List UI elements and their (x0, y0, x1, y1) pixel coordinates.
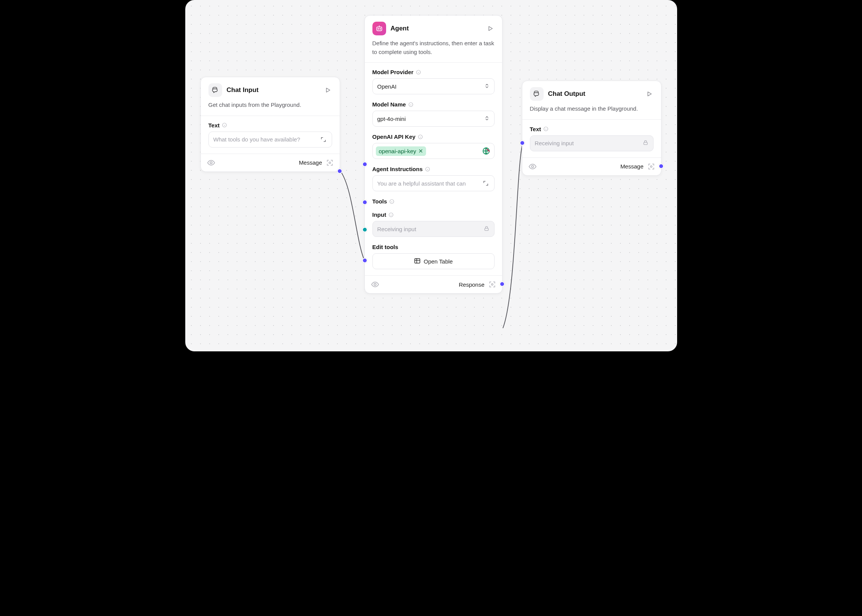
button-label: Open Table (424, 258, 453, 265)
chip-label: openai-api-key (379, 148, 416, 154)
svg-point-8 (380, 29, 380, 29)
model-provider-select[interactable]: OpenAI (372, 78, 495, 94)
api-key-input[interactable]: openai-api-key (372, 143, 495, 159)
lock-icon (643, 140, 649, 147)
agent-input-readonly: Receiving input (372, 221, 495, 237)
output-port[interactable] (658, 164, 664, 169)
field-label: Model Name (372, 101, 406, 108)
svg-rect-6 (377, 27, 382, 31)
field-label-text: Text (530, 126, 541, 132)
chevron-updown-icon (484, 83, 490, 90)
field-label: Input (372, 211, 386, 218)
agent-instructions-field[interactable] (377, 180, 482, 187)
eye-icon[interactable] (528, 162, 537, 171)
text-input[interactable] (208, 132, 332, 148)
output-preview-icon[interactable] (488, 281, 496, 288)
api-key-chip[interactable]: openai-api-key (376, 146, 426, 156)
play-icon[interactable] (486, 24, 495, 33)
globe-icon[interactable] (482, 147, 490, 155)
output-port[interactable] (499, 281, 505, 287)
readonly-value: Receiving input (535, 140, 574, 146)
chevron-updown-icon (484, 116, 490, 122)
info-icon (222, 122, 227, 128)
eye-icon[interactable] (207, 159, 215, 167)
output-port[interactable] (337, 168, 342, 174)
svg-point-4 (210, 162, 212, 164)
info-icon (408, 102, 414, 107)
agent-icon (372, 22, 386, 35)
input-port[interactable] (362, 200, 367, 205)
field-label: Agent Instructions (372, 166, 423, 172)
field-label: Model Provider (372, 69, 414, 75)
select-value: gpt-4o-mini (377, 116, 406, 122)
input-port[interactable] (362, 162, 367, 167)
field-label: Tools (372, 198, 387, 205)
node-title: Chat Input (227, 86, 319, 94)
output-preview-icon[interactable] (326, 159, 334, 167)
output-label: Message (299, 159, 322, 166)
node-description: Display a chat message in the Playground… (522, 101, 661, 119)
node-title: Chat Output (548, 90, 641, 98)
node-agent[interactable]: Agent Define the agent's instructions, t… (364, 15, 503, 294)
info-icon (543, 126, 549, 132)
model-name-select[interactable]: gpt-4o-mini (372, 111, 495, 127)
info-icon (416, 70, 421, 75)
expand-icon[interactable] (320, 136, 327, 143)
field-label: OpenAI API Key (372, 133, 416, 140)
svg-marker-0 (326, 88, 330, 92)
output-preview-icon[interactable] (647, 163, 655, 170)
output-label: Message (620, 163, 644, 170)
svg-rect-42 (644, 142, 647, 144)
node-title: Agent (391, 25, 482, 32)
field-label-text: Text (208, 122, 220, 129)
field-label: Edit tools (372, 244, 398, 250)
open-table-button[interactable]: Open Table (372, 253, 495, 269)
play-icon[interactable] (324, 86, 332, 94)
chip-remove-icon[interactable] (418, 148, 423, 154)
info-icon (425, 167, 430, 172)
node-chat-output[interactable]: Chat Output Display a chat message in th… (522, 81, 662, 176)
readonly-value: Receiving input (377, 226, 417, 232)
chat-output-icon (530, 87, 544, 101)
svg-marker-38 (648, 92, 651, 96)
node-description: Get chat inputs from the Playground. (201, 97, 340, 116)
chat-output-text-readonly: Receiving input (530, 135, 654, 151)
node-chat-input[interactable]: Chat Input Get chat inputs from the Play… (200, 77, 340, 172)
svg-point-44 (650, 165, 652, 167)
eye-icon[interactable] (371, 280, 379, 289)
svg-marker-10 (489, 27, 492, 31)
svg-point-36 (374, 283, 376, 286)
input-port[interactable] (520, 140, 525, 146)
flow-canvas[interactable]: Chat Input Get chat inputs from the Play… (185, 0, 677, 351)
info-icon (389, 199, 394, 204)
svg-point-43 (531, 165, 534, 168)
play-icon[interactable] (645, 90, 654, 98)
table-icon (414, 257, 421, 265)
svg-point-5 (329, 162, 330, 163)
node-description: Define the agent's instructions, then en… (365, 35, 502, 62)
info-icon (388, 212, 394, 218)
chat-input-icon (208, 83, 222, 97)
input-port[interactable] (362, 258, 367, 263)
expand-icon[interactable] (482, 179, 490, 187)
select-value: OpenAI (377, 83, 397, 90)
svg-point-7 (378, 29, 379, 29)
lock-icon (483, 225, 490, 233)
info-icon (418, 134, 423, 140)
tools-port[interactable] (362, 227, 367, 232)
svg-point-37 (491, 284, 493, 285)
svg-rect-32 (485, 228, 488, 230)
chat-input-text-field[interactable] (213, 136, 320, 143)
agent-instructions-input[interactable] (372, 175, 495, 191)
output-label: Response (459, 281, 485, 288)
svg-rect-33 (415, 259, 420, 263)
